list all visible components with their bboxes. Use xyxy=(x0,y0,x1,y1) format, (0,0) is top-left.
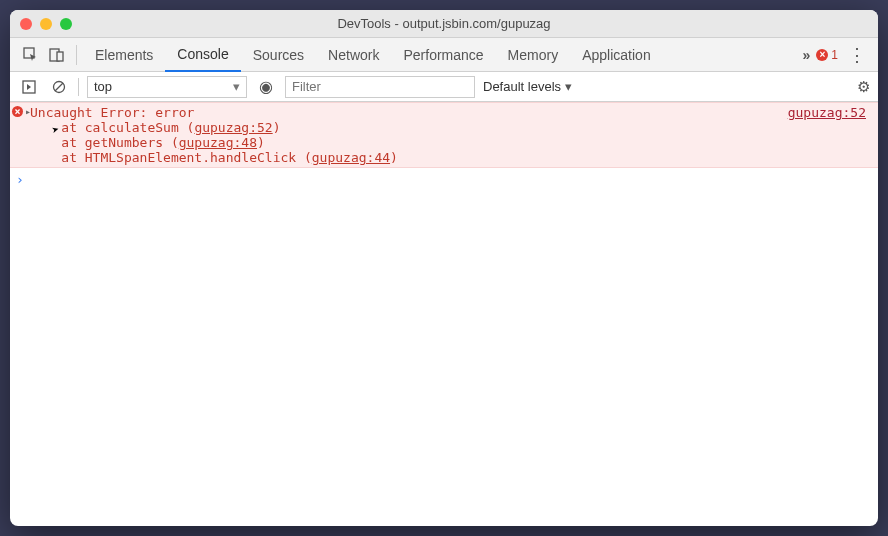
close-window-button[interactable] xyxy=(20,18,32,30)
separator xyxy=(78,78,79,96)
error-summary: Uncaught Error: error xyxy=(30,105,194,120)
tabs-overflow-button[interactable]: » xyxy=(797,38,817,72)
panel-tabbar: Elements Console Sources Network Perform… xyxy=(10,38,878,72)
console-prompt[interactable]: › xyxy=(10,168,878,191)
tab-network[interactable]: Network xyxy=(316,38,391,72)
log-levels-label: Default levels xyxy=(483,79,561,94)
minimize-window-button[interactable] xyxy=(40,18,52,30)
toggle-drawer-button[interactable] xyxy=(18,76,40,98)
console-settings-button[interactable]: ⚙ xyxy=(857,78,870,96)
tab-elements[interactable]: Elements xyxy=(83,38,165,72)
console-toolbar: top ◉ Default levels ⚙ xyxy=(10,72,878,102)
device-toolbar-icon[interactable] xyxy=(47,45,67,65)
tab-application[interactable]: Application xyxy=(570,38,663,72)
titlebar: DevTools - output.jsbin.com/gupuzag xyxy=(10,10,878,38)
error-icon xyxy=(12,106,23,117)
context-selector-value: top xyxy=(94,79,112,94)
devtools-window: DevTools - output.jsbin.com/gupuzag Elem… xyxy=(10,10,878,526)
live-expression-button[interactable]: ◉ xyxy=(255,76,277,98)
maximize-window-button[interactable] xyxy=(60,18,72,30)
svg-rect-2 xyxy=(57,52,63,61)
tab-memory[interactable]: Memory xyxy=(496,38,571,72)
expand-stack-icon[interactable]: ▸ xyxy=(25,106,31,117)
error-text: Uncaught Error: error at calculateSum (g… xyxy=(30,105,788,165)
log-levels-dropdown[interactable]: Default levels xyxy=(483,79,572,94)
tab-console[interactable]: Console xyxy=(165,38,240,72)
separator xyxy=(76,45,77,65)
tab-sources[interactable]: Sources xyxy=(241,38,316,72)
console-error-message[interactable]: ▸ Uncaught Error: error at calculateSum … xyxy=(10,102,878,168)
tab-performance[interactable]: Performance xyxy=(391,38,495,72)
stack-link-1[interactable]: gupuzag:48 xyxy=(179,135,257,150)
error-count-badge[interactable]: 1 xyxy=(816,48,838,62)
stack-link-2[interactable]: gupuzag:44 xyxy=(312,150,390,165)
svg-line-5 xyxy=(55,83,63,91)
error-count: 1 xyxy=(831,48,838,62)
window-title: DevTools - output.jsbin.com/gupuzag xyxy=(10,16,878,31)
clear-console-button[interactable] xyxy=(48,76,70,98)
context-selector[interactable]: top xyxy=(87,76,247,98)
stack-link-0[interactable]: gupuzag:52 xyxy=(194,120,272,135)
more-options-button[interactable]: ⋮ xyxy=(844,44,870,66)
filter-input[interactable] xyxy=(285,76,475,98)
traffic-lights xyxy=(20,18,72,30)
console-output: ▸ Uncaught Error: error at calculateSum … xyxy=(10,102,878,526)
inspect-element-icon[interactable] xyxy=(21,45,41,65)
error-source-link[interactable]: gupuzag:52 xyxy=(788,105,872,165)
error-icon xyxy=(816,49,828,61)
